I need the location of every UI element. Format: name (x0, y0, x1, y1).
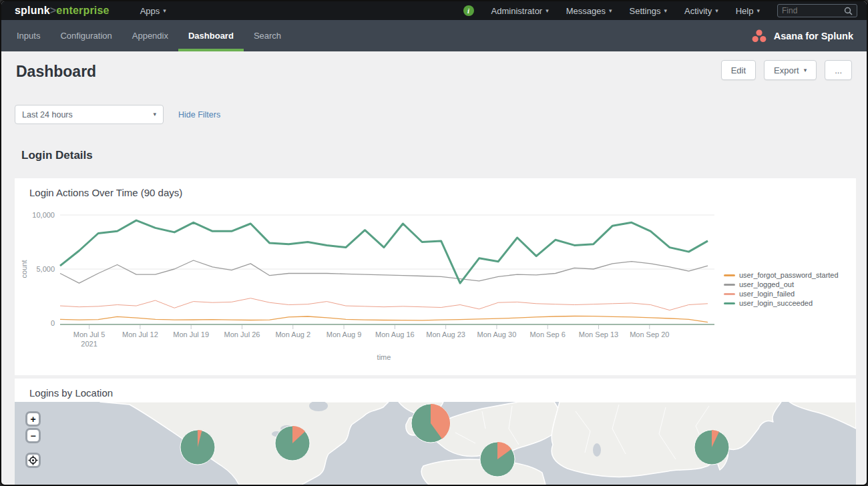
app-identity: Asana for Splunk (750, 20, 861, 51)
svg-text:count: count (20, 260, 28, 278)
tab-appendix[interactable]: Appendix (122, 20, 178, 51)
tab-search[interactable]: Search (244, 20, 291, 51)
search-icon (844, 7, 853, 15)
map-zoom-controls: + − (25, 411, 41, 443)
logins-by-location-panel: Logins by Location + − (15, 379, 856, 485)
top-nav-bar: splunk>enterprise Apps i Administrator M… (1, 1, 867, 20)
messages-menu-label: Messages (566, 6, 606, 16)
svg-text:Mon Sep 20: Mon Sep 20 (630, 330, 669, 338)
page-title: Dashboard (16, 63, 96, 81)
caret-down-icon (715, 8, 718, 14)
map-pie[interactable] (694, 430, 729, 465)
svg-text:Mon Aug 2: Mon Aug 2 (275, 330, 310, 338)
activity-menu[interactable]: Activity (684, 6, 718, 16)
messages-menu[interactable]: Messages (566, 6, 612, 16)
legend-item[interactable]: user_login_succeeded (724, 299, 839, 308)
administrator-menu-label: Administrator (491, 6, 543, 16)
apps-menu-label: Apps (140, 6, 160, 16)
tab-configuration[interactable]: Configuration (50, 20, 122, 51)
edit-button-label: Edit (731, 65, 746, 75)
tab-search-label: Search (254, 31, 281, 41)
legend-label: user_forgot_password_started (739, 271, 839, 280)
svg-text:Mon Aug 30: Mon Aug 30 (477, 330, 517, 338)
splunk-logo-brand: splunk (15, 5, 50, 16)
splunk-dashboard-screen: splunk>enterprise Apps i Administrator M… (0, 0, 868, 486)
time-range-dropdown[interactable]: Last 24 hours (15, 105, 164, 124)
tab-dashboard[interactable]: Dashboard (178, 20, 244, 51)
caret-down-icon (804, 67, 807, 73)
svg-text:Mon Jul 26: Mon Jul 26 (224, 330, 260, 338)
info-icon[interactable]: i (463, 5, 474, 16)
svg-text:Mon Aug 9: Mon Aug 9 (327, 330, 362, 338)
help-menu[interactable]: Help (736, 6, 760, 16)
app-nav-bar: Inputs Configuration Appendix Dashboard … (1, 20, 867, 51)
tab-inputs-label: Inputs (17, 31, 40, 41)
svg-text:Mon Jul 12: Mon Jul 12 (122, 330, 158, 338)
caret-down-icon (153, 111, 156, 117)
legend-swatch (724, 293, 735, 295)
legend-item[interactable]: user_login_failed (724, 290, 839, 298)
legend-swatch (724, 284, 735, 286)
svg-text:time: time (377, 353, 391, 361)
find-search-input[interactable] (782, 6, 844, 15)
legend-label: user_login_failed (739, 290, 795, 298)
splunk-logo[interactable]: splunk>enterprise (15, 5, 110, 17)
caret-down-icon (609, 8, 612, 14)
time-range-value: Last 24 hours (22, 110, 73, 119)
map-pie[interactable] (480, 442, 515, 477)
svg-text:Mon Sep 13: Mon Sep 13 (579, 330, 618, 338)
app-name: Asana for Splunk (774, 31, 853, 41)
svg-text:10,000: 10,000 (32, 211, 55, 219)
svg-text:Mon Aug 16: Mon Aug 16 (375, 330, 415, 338)
tab-inputs[interactable]: Inputs (7, 20, 50, 51)
map-pie[interactable] (275, 426, 310, 461)
svg-text:Mon Jul 5: Mon Jul 5 (73, 330, 105, 338)
tab-dashboard-label: Dashboard (188, 31, 234, 41)
logins-map[interactable] (15, 402, 856, 485)
asana-logo-icon (750, 28, 768, 44)
svg-text:2021: 2021 (81, 340, 97, 348)
map-pie[interactable] (411, 404, 450, 443)
settings-menu[interactable]: Settings (630, 6, 668, 16)
map-panel-title: Logins by Location (29, 387, 113, 399)
more-actions-button[interactable]: ... (825, 60, 852, 80)
edit-button[interactable]: Edit (721, 60, 756, 80)
map-zoom-in-button[interactable]: + (25, 411, 41, 427)
find-search-box[interactable] (777, 4, 857, 17)
map-zoom-out-button[interactable]: − (25, 428, 41, 443)
svg-text:0: 0 (51, 319, 55, 327)
caret-down-icon (664, 8, 667, 14)
legend-label: user_login_succeeded (739, 299, 813, 308)
map-pie[interactable] (180, 430, 215, 465)
export-button[interactable]: Export (764, 60, 817, 80)
section-title: Login Details (21, 149, 93, 162)
caret-down-icon (756, 8, 760, 14)
header-actions: Edit Export ... (721, 60, 852, 80)
svg-text:Mon Sep 6: Mon Sep 6 (530, 330, 566, 338)
export-button-label: Export (774, 65, 799, 75)
svg-text:Mon Jul 19: Mon Jul 19 (173, 330, 209, 338)
help-menu-label: Help (736, 6, 754, 16)
apps-menu[interactable]: Apps (140, 6, 166, 16)
legend-item[interactable]: user_logged_out (724, 280, 839, 289)
chart-legend: user_forgot_password_starteduser_logged_… (724, 271, 839, 308)
hide-filters-link[interactable]: Hide Filters (178, 110, 220, 119)
svg-text:5,000: 5,000 (36, 265, 55, 273)
administrator-menu[interactable]: Administrator (491, 6, 549, 16)
svg-text:Mon Aug 23: Mon Aug 23 (426, 330, 465, 338)
login-actions-chart-panel: Login Actions Over Time (90 days) 05,000… (15, 178, 856, 375)
caret-down-icon (163, 8, 166, 14)
caret-down-icon (546, 8, 549, 14)
activity-menu-label: Activity (684, 6, 712, 16)
legend-swatch (724, 274, 735, 276)
settings-menu-label: Settings (630, 6, 661, 16)
legend-label: user_logged_out (739, 280, 794, 289)
splunk-logo-product: enterprise (56, 5, 109, 16)
legend-item[interactable]: user_forgot_password_started (724, 271, 839, 280)
more-icon: ... (835, 65, 842, 75)
map-locate-button[interactable] (25, 453, 41, 468)
tab-appendix-label: Appendix (132, 31, 168, 41)
splunk-logo-separator: > (50, 5, 57, 16)
top-nav-right: i Administrator Messages Settings Activi… (463, 4, 857, 17)
crosshair-icon (28, 455, 38, 465)
